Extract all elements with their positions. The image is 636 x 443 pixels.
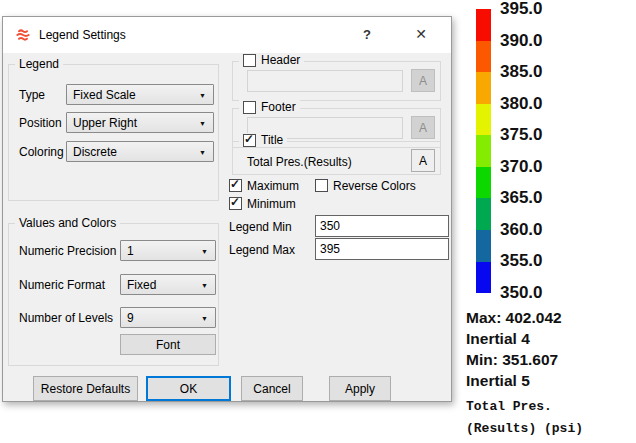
ok-button[interactable]: OK <box>146 376 231 401</box>
type-dropdown[interactable]: Fixed Scale ▼ <box>66 84 214 105</box>
legend-settings-dialog: Legend Settings ? ✕ Legend Type Fixed Sc… <box>2 16 452 402</box>
scale-label: 360.0 <box>500 221 543 239</box>
footer-label: Footer <box>261 100 296 114</box>
header-font-button: A <box>411 69 435 92</box>
chevron-down-icon: ▼ <box>201 248 208 255</box>
chevron-down-icon: ▼ <box>201 315 208 322</box>
reverse-colors-checkbox[interactable] <box>315 179 328 192</box>
color-segment <box>476 262 491 294</box>
title-label: Title <box>261 133 283 147</box>
color-segment <box>476 72 491 104</box>
scale-label: 390.0 <box>500 32 543 50</box>
scale-label: 395.0 <box>500 0 543 18</box>
coloring-dropdown[interactable]: Discrete ▼ <box>66 141 214 162</box>
font-button[interactable]: Font <box>120 334 216 355</box>
max-scenario-text: Inertial 4 <box>466 328 562 349</box>
min-value-text: Min: 351.607 <box>466 349 562 370</box>
legend-min-input[interactable] <box>315 215 449 237</box>
header-label: Header <box>261 53 300 67</box>
numeric-format-label: Numeric Format <box>19 278 105 292</box>
min-scenario-text: Inertial 5 <box>466 370 562 391</box>
window-title: Legend Settings <box>39 28 126 42</box>
color-segment <box>476 135 491 167</box>
legend-quantity-units: Total Pres. (Results) (psi) <box>466 396 583 440</box>
units-text: (Results) (psi) <box>466 418 583 440</box>
scale-label: 350.0 <box>500 284 543 302</box>
title-font-button[interactable]: A <box>411 149 435 172</box>
title-section: Title Total Pres.(Results) A <box>232 141 441 175</box>
numeric-precision-label: Numeric Precision <box>19 244 116 258</box>
help-button[interactable]: ? <box>351 17 383 51</box>
minimum-checkbox[interactable] <box>229 197 242 210</box>
footer-font-button: A <box>411 116 435 139</box>
type-label: Type <box>19 88 45 102</box>
close-icon[interactable]: ✕ <box>405 17 437 51</box>
legend-group-label: Legend <box>15 57 63 71</box>
scale-label: 355.0 <box>500 252 543 270</box>
position-dropdown[interactable]: Upper Right ▼ <box>66 112 214 133</box>
cancel-button[interactable]: Cancel <box>241 376 303 401</box>
maximum-label: Maximum <box>247 179 299 193</box>
scale-label: 365.0 <box>500 189 543 207</box>
scale-label: 370.0 <box>500 158 543 176</box>
legend-color-bar <box>476 9 491 293</box>
chevron-down-icon: ▼ <box>201 282 208 289</box>
header-checkbox[interactable] <box>243 54 256 67</box>
numeric-format-dropdown[interactable]: Fixed ▼ <box>120 274 216 295</box>
screen: Legend Settings ? ✕ Legend Type Fixed Sc… <box>0 0 636 443</box>
legend-max-input[interactable] <box>315 238 449 260</box>
footer-checkbox[interactable] <box>243 101 256 114</box>
legend-minmax-info: Max: 402.042 Inertial 4 Min: 351.607 Ine… <box>466 307 562 391</box>
chevron-down-icon: ▼ <box>199 120 206 127</box>
maximum-checkbox[interactable] <box>229 179 242 192</box>
numeric-precision-dropdown[interactable]: 1 ▼ <box>120 240 216 261</box>
legend-group: Legend Type Fixed Scale ▼ Position Upper… <box>8 64 219 201</box>
quantity-text: Total Pres. <box>466 396 583 418</box>
title-checkbox[interactable] <box>243 134 256 147</box>
legend-max-label: Legend Max <box>229 243 295 257</box>
color-segment <box>476 198 491 230</box>
title-bar[interactable]: Legend Settings ? ✕ <box>3 17 451 53</box>
reverse-colors-label: Reverse Colors <box>333 179 416 193</box>
color-segment <box>476 41 491 73</box>
header-text-input <box>247 70 403 92</box>
color-segment <box>476 9 491 41</box>
color-segment <box>476 230 491 262</box>
waves-logo-icon <box>15 27 31 43</box>
apply-button[interactable]: Apply <box>329 376 391 401</box>
chevron-down-icon: ▼ <box>199 149 206 156</box>
max-value-text: Max: 402.042 <box>466 307 562 328</box>
chevron-down-icon: ▼ <box>199 92 206 99</box>
header-section: Header A <box>232 61 441 101</box>
restore-defaults-button[interactable]: Restore Defaults <box>33 376 138 401</box>
legend-min-label: Legend Min <box>229 220 292 234</box>
title-value-text: Total Pres.(Results) <box>247 155 352 169</box>
color-segment <box>476 104 491 136</box>
position-label: Position <box>19 116 62 130</box>
coloring-label: Coloring <box>19 145 64 159</box>
scale-label: 375.0 <box>500 126 543 144</box>
minimum-label: Minimum <box>247 197 296 211</box>
number-of-levels-dropdown[interactable]: 9 ▼ <box>120 307 216 328</box>
number-of-levels-label: Number of Levels <box>19 311 113 325</box>
values-colors-group-label: Values and Colors <box>15 216 120 230</box>
scale-label: 385.0 <box>500 63 543 81</box>
values-colors-group: Values and Colors Numeric Precision 1 ▼ … <box>8 223 219 366</box>
color-segment <box>476 167 491 199</box>
scale-label: 380.0 <box>500 95 543 113</box>
